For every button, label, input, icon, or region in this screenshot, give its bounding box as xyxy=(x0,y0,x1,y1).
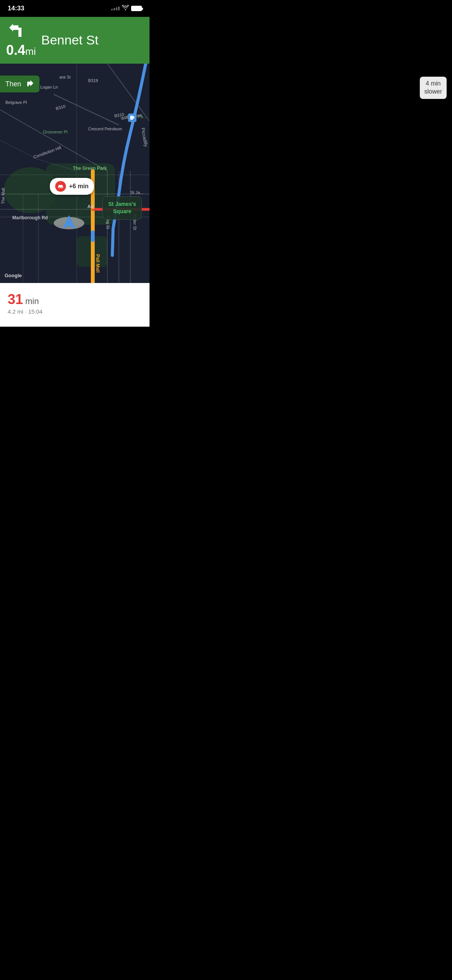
eta-time: 15:04 xyxy=(28,308,43,315)
svg-point-21 xyxy=(59,187,60,189)
google-watermark: Google xyxy=(5,273,22,278)
then-banner: Then xyxy=(0,76,39,92)
delay-car-icon xyxy=(55,181,66,192)
status-bar: 14:33 xyxy=(0,0,150,17)
user-direction-arrow xyxy=(62,214,76,232)
map-svg xyxy=(0,64,150,283)
distance-text: 0.4mi xyxy=(6,42,36,58)
battery-icon xyxy=(131,6,142,11)
user-marker-shadow xyxy=(54,217,84,229)
wifi-icon xyxy=(122,5,129,12)
st-james-square-label: St James's Square xyxy=(102,196,142,220)
st-james-line1: St James's xyxy=(108,201,136,208)
nav-header: 0.4mi Bennet St xyxy=(0,17,150,64)
eta-row: 31 min xyxy=(8,291,142,307)
eta-distance: 4.2 mi xyxy=(8,308,23,315)
status-time: 14:33 xyxy=(8,5,24,12)
delay-badge[interactable]: +6 min xyxy=(50,178,94,195)
then-label: Then xyxy=(5,80,21,88)
eta-min-label: min xyxy=(25,296,39,306)
user-location-marker xyxy=(54,217,84,229)
turn-icon-container: 0.4mi xyxy=(6,21,36,58)
eta-separator: · xyxy=(25,308,26,315)
delay-text: +6 min xyxy=(69,183,89,190)
svg-point-22 xyxy=(61,187,63,189)
bottom-panel: 31 min 4.2 mi · 15:04 xyxy=(0,283,150,321)
svg-rect-20 xyxy=(133,117,135,118)
then-turn-arrow xyxy=(25,79,34,89)
map-area: Belgrave Pl Logan Ln B319 B310 B310 Wilt… xyxy=(0,64,150,283)
petrol-station-icon xyxy=(128,113,136,122)
eta-minutes: 31 xyxy=(8,291,23,307)
status-icons xyxy=(111,5,142,12)
signal-icon xyxy=(111,7,120,10)
st-james-line2: Square xyxy=(108,208,136,215)
home-indicator xyxy=(0,321,150,327)
eta-details: 4.2 mi · 15:04 xyxy=(8,308,142,315)
svg-rect-19 xyxy=(130,116,133,120)
svg-marker-23 xyxy=(62,215,76,229)
turn-left-arrow xyxy=(6,21,26,41)
street-name: Bennet St xyxy=(41,33,143,48)
